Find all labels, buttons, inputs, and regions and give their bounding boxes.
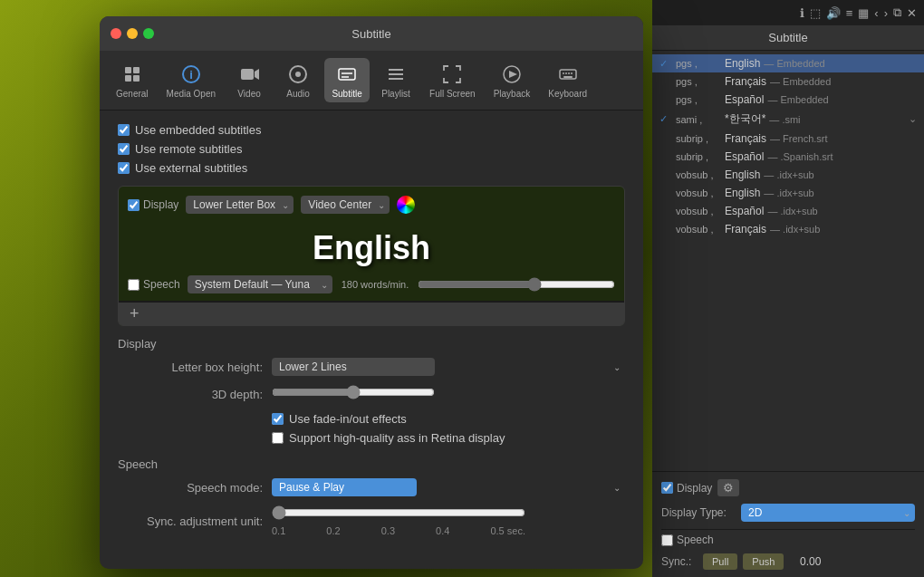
add-subtitle-button[interactable]: + (119, 302, 624, 325)
letter-box-select[interactable]: Lower Letter Box (186, 196, 294, 214)
subtitle-source: — .Spanish.srt (767, 151, 833, 162)
video-center-select[interactable]: Video Center (301, 196, 390, 214)
system-default-select[interactable]: System Default — Yuna (188, 275, 332, 293)
sync-adjustment-control: 0.1 0.2 0.3 0.4 0.5 sec. (272, 505, 625, 536)
subtitle-list: ✓ pgs , English — Embedded pgs , Françai… (652, 51, 924, 471)
subtitle-source: — .idx+sub (764, 188, 813, 198)
subtitle-icon (334, 62, 360, 87)
toolbar-fullscreen[interactable]: Full Screen (422, 58, 483, 102)
audio-icon (285, 62, 311, 87)
speech-mode-wrapper: Pause & Play (272, 478, 625, 496)
subtitle-format: sami , (676, 114, 721, 125)
back-icon[interactable]: ‹ (874, 6, 878, 20)
forward-icon[interactable]: › (884, 6, 888, 20)
subtitle-item[interactable]: ✓ sami , *한국어* — .smi ⌄ (652, 109, 924, 130)
svg-rect-3 (133, 75, 140, 82)
toolbar-media-label: Media Open (167, 89, 216, 99)
fade-effects-checkbox[interactable] (272, 413, 284, 425)
toolbar-playlist[interactable]: Playlist (373, 58, 419, 102)
svg-point-9 (295, 72, 301, 77)
right-speech-checkbox[interactable] (661, 534, 673, 546)
sync-pull-button[interactable]: Pull (703, 553, 737, 570)
toolbar-playback[interactable]: Playback (486, 58, 538, 102)
toolbar-audio[interactable]: Audio (275, 58, 321, 102)
toolbar-media-open[interactable]: i Media Open (159, 58, 223, 102)
svg-rect-1 (133, 67, 140, 73)
check-icon: ✓ (659, 113, 672, 125)
color-wheel[interactable] (397, 196, 415, 214)
playback-icon (499, 62, 525, 87)
svg-rect-10 (339, 69, 355, 80)
info-icon[interactable]: ℹ (800, 6, 804, 20)
right-panel-title: Subtitle (652, 25, 924, 51)
subtitle-item[interactable]: vobsub , Español — .idx+sub (652, 202, 924, 220)
subtitle-item[interactable]: vobsub , English — .idx+sub (652, 184, 924, 202)
fullscreen-icon (439, 62, 465, 87)
chapters-icon[interactable]: ≡ (846, 6, 853, 20)
close-button[interactable] (111, 28, 121, 39)
toolbar-playback-label: Playback (494, 89, 531, 99)
speech-checkbox-label[interactable]: Speech (128, 278, 180, 291)
sync-push-button[interactable]: Push (743, 553, 784, 570)
expand-icon[interactable]: ⌄ (909, 113, 917, 125)
fade-effects-row: Use fade-in/out effects (272, 412, 625, 426)
toolbar-general[interactable]: General (109, 58, 156, 102)
right-display-settings-button[interactable]: ⚙ (717, 479, 739, 496)
toolbar-subtitle[interactable]: Subtitle (324, 58, 370, 102)
high-quality-checkbox[interactable] (272, 432, 284, 444)
subtitle-item[interactable]: pgs , Español — Embedded (652, 91, 924, 109)
display-icon[interactable]: ⬚ (810, 6, 821, 20)
right-speech-checkbox-label[interactable]: Speech (661, 534, 714, 546)
more-icon[interactable]: ✕ (907, 6, 917, 20)
right-display-checkbox-label[interactable]: Display (661, 482, 712, 495)
speech-row: Speech System Default — Yuna 180 words/m… (128, 275, 615, 293)
fade-effects-label[interactable]: Use fade-in/out effects (272, 412, 407, 426)
subtitle-item[interactable]: vobsub , English — .idx+sub (652, 166, 924, 184)
right-speech-label-text: Speech (677, 534, 714, 546)
subtitle-item[interactable]: vobsub , Français — .idx+sub (652, 220, 924, 238)
speech-section-heading: Speech (118, 457, 625, 471)
letter-box-wrapper: Lower Letter Box (186, 196, 294, 214)
wpm-slider[interactable] (418, 277, 615, 292)
sync-value: 0.00 (789, 555, 821, 568)
fullscreen-button[interactable] (143, 28, 154, 39)
use-external-row[interactable]: Use external subtitles (118, 161, 625, 175)
use-external-label: Use external subtitles (135, 161, 247, 175)
display-checkbox-label[interactable]: Display (128, 196, 178, 214)
use-embedded-row[interactable]: Use embedded subtitles (118, 123, 625, 137)
list-icon[interactable]: ▦ (858, 6, 869, 20)
subtitle-item[interactable]: pgs , Français — Embedded (652, 72, 924, 91)
display-type-select[interactable]: 2D (741, 504, 915, 522)
subtitle-source: — .idx+sub (770, 224, 820, 235)
speech-checkbox[interactable] (128, 279, 140, 291)
toolbar-keyboard[interactable]: Keyboard (541, 58, 594, 102)
svg-marker-7 (255, 69, 259, 80)
right-display-checkbox[interactable] (661, 482, 673, 494)
subtitle-item[interactable]: subrip , Español — .Spanish.srt (652, 148, 924, 166)
use-remote-checkbox[interactable] (118, 143, 130, 155)
sync-adjustment-slider[interactable] (272, 505, 525, 520)
minimize-button[interactable] (127, 28, 138, 39)
use-remote-label: Use remote subtitles (135, 142, 243, 156)
subtitle-format: subrip , (676, 133, 721, 144)
use-remote-row[interactable]: Use remote subtitles (118, 142, 625, 156)
subtitle-item[interactable]: subrip , Français — French.srt (652, 130, 924, 148)
media-open-icon: i (178, 62, 204, 87)
check-icon: ✓ (659, 58, 672, 70)
use-external-checkbox[interactable] (118, 162, 130, 174)
letter-box-height-select[interactable]: Lower 2 Lines (272, 358, 435, 376)
display-checkbox[interactable] (128, 199, 140, 211)
subtitle-item[interactable]: ✓ pgs , English — Embedded (652, 54, 924, 72)
pip-icon[interactable]: ⧉ (893, 5, 901, 20)
system-default-wrapper: System Default — Yuna (188, 275, 332, 293)
volume-icon[interactable]: 🔊 (826, 6, 841, 20)
toolbar-video[interactable]: Video (226, 58, 272, 102)
high-quality-label[interactable]: Support high-quality ass in Retina displ… (272, 431, 505, 445)
3d-depth-control (272, 385, 625, 403)
content-area: Use embedded subtitles Use remote subtit… (100, 111, 643, 569)
3d-depth-label: 3D depth: (118, 388, 263, 401)
3d-depth-slider[interactable] (272, 385, 435, 399)
speech-mode-select[interactable]: Pause & Play (272, 478, 417, 496)
use-embedded-checkbox[interactable] (118, 124, 130, 136)
divider (661, 529, 915, 530)
